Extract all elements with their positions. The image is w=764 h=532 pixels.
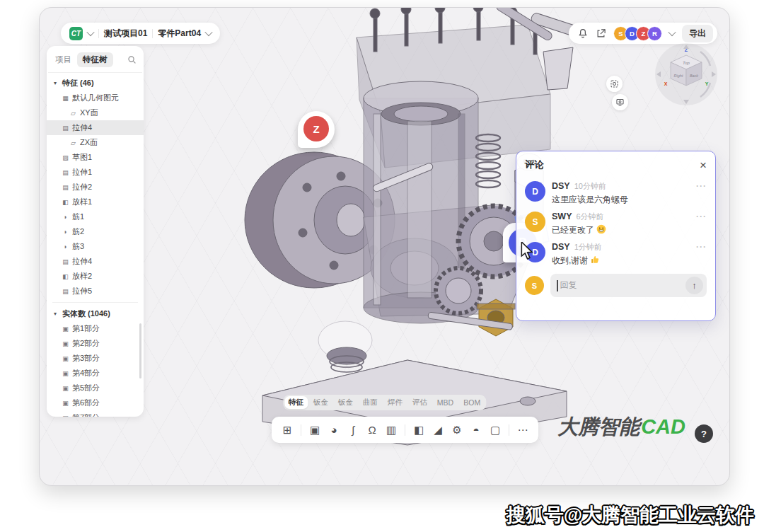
comment-time: 1分钟前 [574, 242, 602, 253]
solid-part-icon: ▣ [62, 370, 69, 377]
tree-item-extrude-2[interactable]: ▤拉伸2 [47, 180, 144, 195]
tree-item-part-1[interactable]: ▣第1部分 [47, 321, 144, 336]
cube-face-right[interactable]: Right [674, 74, 683, 78]
grin-emoji [596, 224, 606, 236]
tree-item-label: 第3部分 [72, 353, 100, 364]
rib-icon[interactable]: ▥ [383, 422, 400, 439]
shell-icon[interactable]: ▢ [487, 422, 504, 439]
tree-item-label: 放样2 [72, 271, 92, 282]
tree-scrollbar[interactable] [139, 323, 141, 378]
comment-pin-z[interactable]: Z [298, 111, 335, 148]
tree-item-part-2[interactable]: ▣第2部分 [47, 336, 144, 351]
comment-menu-button[interactable]: ··· [696, 212, 707, 221]
solid-part-icon: ▣ [62, 355, 69, 362]
tree-item-extrude-5[interactable]: ▤拉伸5 [47, 284, 144, 299]
part-name[interactable]: 零件Part04 [158, 28, 201, 40]
fit-view-button[interactable] [606, 76, 623, 92]
tree-item-extrude-1[interactable]: ▤拉伸1 [47, 165, 144, 180]
tab-project[interactable]: 项目 [55, 54, 71, 65]
tree-item-default-geometry[interactable]: ▦默认几何图元 [47, 91, 144, 105]
tree-item-label: 筋3 [72, 241, 84, 252]
text-cursor [557, 280, 558, 291]
tree-item-part-5[interactable]: ▣第5部分 [47, 381, 144, 395]
tree-item-extrude-4b[interactable]: ▤拉伸4 [47, 254, 144, 269]
share-icon[interactable] [596, 28, 606, 39]
toolbar-separator [405, 424, 405, 436]
tree-item-label: 第1部分 [72, 323, 100, 334]
comment-time: 10分钟前 [574, 181, 606, 192]
tree-item-rib-1[interactable]: ◗筋1 [47, 209, 144, 224]
view-cube[interactable]: Top Right Back Z X Y [655, 43, 717, 105]
cube-face-back[interactable]: Back [690, 74, 698, 78]
extrude-icon: ▤ [62, 258, 69, 265]
tree-item-rib-2[interactable]: ◗筋2 [47, 224, 144, 239]
tab-surface[interactable]: 曲面 [359, 396, 382, 409]
tab-weldment[interactable]: 焊件 [383, 396, 407, 409]
send-button[interactable]: ↑ [685, 277, 703, 294]
projection-button[interactable] [612, 94, 628, 110]
avatar-r[interactable]: R [647, 26, 662, 41]
tree-item-sketch-1[interactable]: ▨草图1 [47, 150, 144, 165]
more-tools-icon[interactable]: ⋯ [514, 422, 531, 439]
caret-down-icon[interactable]: ▾ [54, 80, 59, 86]
comment-author: DSY [552, 181, 570, 191]
app-logo[interactable]: CT [69, 27, 83, 40]
project-name[interactable]: 测试项目01 [104, 28, 147, 40]
solid-part-icon: ▣ [62, 385, 69, 392]
tree-item-label: 拉伸2 [72, 182, 92, 192]
bell-icon[interactable] [577, 28, 589, 39]
tree-item-label: 拉伸1 [72, 167, 92, 178]
fit-view-icon [610, 79, 619, 88]
tree-item-part-4[interactable]: ▣第4部分 [47, 366, 144, 381]
app-window: Z D CT 测试项目01 零件Part04 SDZR 导出 项目 特征树 [39, 7, 730, 486]
tree-item-part-7[interactable]: ▣第7部分 [47, 410, 144, 417]
dome-icon[interactable]: ◓ [468, 422, 485, 439]
tree-item-plane-xy[interactable]: ▱XY面 [47, 105, 144, 120]
cube-face-top[interactable]: Top [683, 61, 690, 65]
caret-down-icon[interactable]: ▾ [54, 311, 59, 317]
fillet-icon[interactable]: ◧ [410, 422, 427, 439]
sweep-icon[interactable]: ∫ [345, 422, 361, 439]
chevron-down-icon[interactable] [204, 28, 212, 36]
comment-body: DSY10分钟前···这里应该是六角螺母 [552, 181, 707, 206]
help-button[interactable]: ? [695, 424, 713, 443]
comment-list: DDSY10分钟前···这里应该是六角螺母SSWY6分钟前···已经更改了DDS… [525, 175, 707, 267]
tab-feature-tree[interactable]: 特征树 [77, 52, 113, 67]
loft-icon[interactable]: Ω [364, 422, 381, 439]
tree-item-loft-2[interactable]: ◧放样2 [47, 269, 144, 284]
tree-item-solids-group[interactable]: ▾实体数 (1046) [47, 306, 144, 321]
rib-icon: ◗ [62, 214, 69, 221]
tree-item-label: 第5部分 [72, 383, 100, 393]
revolve-icon[interactable]: ◕ [325, 422, 342, 439]
chevron-down-icon[interactable] [668, 28, 676, 36]
comment-menu-button[interactable]: ··· [696, 181, 707, 191]
tree-item-loft-1[interactable]: ◧放样1 [47, 195, 144, 209]
tab-sheet-metal-1[interactable]: 钣金 [309, 396, 332, 409]
breadcrumb: CT 测试项目01 零件Part04 [61, 23, 220, 44]
pattern-icon[interactable]: ⚙ [448, 422, 465, 439]
tab-bom[interactable]: BOM [459, 397, 485, 408]
tab-evaluate[interactable]: 评估 [408, 396, 432, 409]
tab-features[interactable]: 特征 [284, 396, 308, 409]
export-button[interactable]: 导出 [682, 25, 713, 42]
chevron-down-icon[interactable] [86, 28, 94, 36]
reply-input[interactable]: 回复 ↑ [550, 274, 707, 297]
rib-icon: ◗ [62, 243, 69, 250]
tree-item-part-3[interactable]: ▣第3部分 [47, 351, 144, 366]
tree-item-label: XY面 [80, 108, 98, 118]
extrude-icon[interactable]: ▣ [306, 422, 323, 439]
new-sketch-icon[interactable]: ⊞ [279, 422, 296, 439]
tree-item-part-6[interactable]: ▣第6部分 [47, 395, 144, 410]
tree-item-extrude-4[interactable]: ▤拉伸4 [47, 120, 144, 135]
chamfer-icon[interactable]: ◢ [429, 422, 446, 439]
reply-row: S 回复 ↑ [525, 274, 707, 297]
tab-mbd[interactable]: MBD [433, 397, 458, 408]
tree-item-feature-group[interactable]: ▾特征 (46) [47, 76, 144, 91]
comment-menu-button[interactable]: ··· [696, 242, 707, 252]
close-icon[interactable]: × [700, 159, 707, 171]
search-icon[interactable] [127, 55, 137, 64]
tree-item-label: 特征 (46) [62, 78, 94, 88]
tab-sheet-metal-2[interactable]: 钣金 [334, 396, 357, 409]
tree-item-plane-zx[interactable]: ▱ZX面 [47, 135, 144, 150]
tree-item-rib-3[interactable]: ◗筋3 [47, 239, 144, 254]
